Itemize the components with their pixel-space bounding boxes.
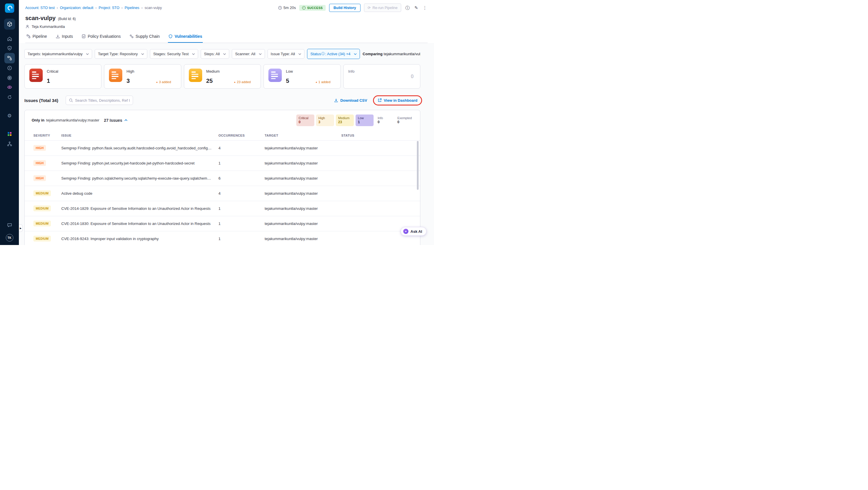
- issues-title: Issues (Total 34): [24, 98, 58, 103]
- vertical-scrollbar[interactable]: [417, 141, 418, 190]
- severity-chips: Critical 0 High 3 Medium 23 Low 1 Info: [296, 115, 413, 126]
- col-issue: ISSUE: [61, 134, 218, 137]
- pipeline-icon: [26, 34, 31, 38]
- chip-high[interactable]: High 3: [316, 115, 334, 126]
- chip-critical[interactable]: Critical 0: [296, 115, 314, 126]
- ask-ai-button[interactable]: ✦ Ask AI: [401, 227, 427, 236]
- edit-pencil-icon[interactable]: ✎: [414, 5, 418, 10]
- col-occurrences: OCCURRENCES: [218, 134, 265, 137]
- card-count: 5: [286, 78, 289, 84]
- low-card[interactable]: Low 5 ▲1 added: [264, 64, 340, 89]
- tab-inputs[interactable]: Inputs: [55, 33, 73, 43]
- occurrences-value: 4: [218, 146, 265, 150]
- table-row[interactable]: HIGH Semgrep Finding: python.jwt.securit…: [25, 155, 420, 171]
- high-card[interactable]: High 3 ▲3 added: [104, 64, 181, 89]
- group-count-label: 27 Issues: [104, 118, 122, 123]
- module-cube-icon[interactable]: [4, 19, 15, 30]
- chevron-up-icon: [124, 119, 127, 121]
- user-avatar[interactable]: TK: [6, 234, 13, 242]
- refresh-icon[interactable]: [7, 95, 12, 100]
- card-label: Medium: [206, 69, 256, 73]
- severity-cards: Critical 1 High 3 ▲3 added Medium 25 ▲23…: [24, 64, 420, 89]
- sidebar-expand-handle[interactable]: ▶: [19, 224, 23, 232]
- execution-duration: 5m 20s: [278, 5, 296, 10]
- table-row[interactable]: MEDIUM Active debug code 4 tejakummariku…: [25, 186, 420, 201]
- card-count: 3: [126, 78, 130, 84]
- check-icon: ✓: [302, 6, 306, 9]
- breadcrumb-account[interactable]: Account: STO test: [25, 6, 55, 10]
- info-icon[interactable]: ⓘ: [405, 5, 410, 10]
- steps-filter[interactable]: Steps: All: [201, 49, 229, 59]
- modules-grid-icon[interactable]: [7, 131, 12, 136]
- breadcrumb-current: scan-vulpy: [145, 6, 162, 10]
- shield-check-icon[interactable]: [7, 45, 12, 51]
- tab-vulnerabilities[interactable]: Vulnerabilities: [168, 33, 203, 43]
- download-csv-button[interactable]: Download CSV: [334, 98, 367, 102]
- harness-logo[interactable]: [5, 3, 14, 13]
- clock-icon: [278, 6, 282, 10]
- download-icon: [334, 98, 338, 102]
- page-header: Account: STO test› Organization: default…: [19, 0, 434, 43]
- chip-label: Medium: [338, 116, 351, 120]
- target-type-filter[interactable]: Target Type: Repository: [95, 49, 147, 59]
- chip-label: Low: [358, 116, 371, 120]
- breadcrumb-pipelines[interactable]: Pipelines: [125, 6, 140, 10]
- pipelines-icon[interactable]: [4, 53, 15, 63]
- tab-policy-evaluations[interactable]: Policy Evaluations: [81, 33, 121, 43]
- chevron-down-icon: [259, 53, 262, 55]
- chevron-down-icon: [298, 53, 301, 55]
- chip-info[interactable]: Info 0: [375, 115, 393, 126]
- search-input[interactable]: [75, 98, 130, 102]
- chip-exempted[interactable]: Exempted 0: [395, 115, 413, 126]
- chip-label: Info: [378, 116, 391, 120]
- kebab-menu-icon[interactable]: ⋮: [422, 5, 428, 10]
- table-row[interactable]: HIGH Semgrep Finding: python.sqlalchemy.…: [25, 171, 420, 186]
- critical-card[interactable]: Critical 1: [24, 64, 101, 89]
- refresh-icon: ⟳: [368, 5, 371, 10]
- breadcrumb-org[interactable]: Organization: default: [60, 6, 93, 10]
- home-icon[interactable]: [7, 36, 12, 41]
- table-row[interactable]: HIGH Semgrep Finding: python.flask.secur…: [25, 141, 420, 155]
- only-in-label: Only in: [32, 118, 44, 122]
- settings-gear-icon[interactable]: ⚙: [7, 113, 11, 119]
- info-card[interactable]: Info 0: [343, 64, 420, 89]
- comparing-text: Comparing tejakummarikuntla/vulpy:master…: [363, 52, 420, 56]
- exemptions-eye-icon[interactable]: [7, 85, 12, 90]
- chevron-down-icon: [86, 53, 89, 55]
- chip-low[interactable]: Low 1: [355, 115, 374, 126]
- stages-filter[interactable]: Stages: Security Test: [150, 49, 198, 59]
- targets-filter[interactable]: Targets: tejakummarikuntla/vulpy: [24, 49, 92, 59]
- table-row[interactable]: MEDIUM CVE-2014-1829: Exposure of Sensit…: [25, 201, 420, 216]
- medium-card[interactable]: Medium 25 ▲23 added: [184, 64, 261, 89]
- card-count: 25: [206, 78, 213, 84]
- main-area: Account: STO test› Organization: default…: [19, 0, 434, 245]
- person-icon: [25, 24, 30, 29]
- target-value: tejakummarikuntla/vulpy:master: [265, 176, 341, 181]
- rerun-label: Re-run Pipeline: [372, 6, 397, 10]
- build-history-button[interactable]: Build History: [329, 4, 361, 12]
- table-row[interactable]: MEDIUM CVE-2016-9243: Improper input val…: [25, 231, 420, 245]
- issues-panel: Only in tejakummarikuntla/vulpy:master 2…: [24, 110, 420, 245]
- chat-feedback-icon[interactable]: [7, 223, 12, 228]
- tab-label: Vulnerabilities: [175, 34, 202, 39]
- org-hierarchy-icon[interactable]: [7, 141, 12, 147]
- executions-icon[interactable]: [7, 65, 12, 71]
- tab-pipeline[interactable]: Pipeline: [26, 33, 48, 43]
- table-row[interactable]: MEDIUM CVE-2014-1830: Exposure of Sensit…: [25, 216, 420, 231]
- view-in-dashboard-button[interactable]: View in Dashboard: [375, 96, 420, 104]
- group-collapse-toggle[interactable]: 27 Issues: [104, 118, 127, 123]
- chip-value: 0: [299, 120, 312, 125]
- chip-value: 0: [397, 120, 411, 125]
- tab-supply-chain[interactable]: Supply Chain: [129, 33, 160, 43]
- chip-medium[interactable]: Medium 23: [336, 115, 354, 126]
- build-id: (Build Id: 6): [58, 17, 75, 21]
- rerun-pipeline-button[interactable]: ⟳ Re-run Pipeline: [364, 3, 401, 12]
- issue-type-filter[interactable]: Issue Type: All: [268, 49, 305, 59]
- chip-label: Exempted: [397, 116, 411, 120]
- left-sidebar: ⚙ TK: [0, 0, 19, 245]
- breadcrumb-project[interactable]: Project: STO: [99, 6, 119, 10]
- target-icon[interactable]: [7, 75, 12, 81]
- scanner-filter[interactable]: Scanner: All: [232, 49, 265, 59]
- added-count: ▲23 added: [234, 80, 251, 84]
- status-filter[interactable]: Status ⓘ : Active (34) +4: [307, 49, 360, 59]
